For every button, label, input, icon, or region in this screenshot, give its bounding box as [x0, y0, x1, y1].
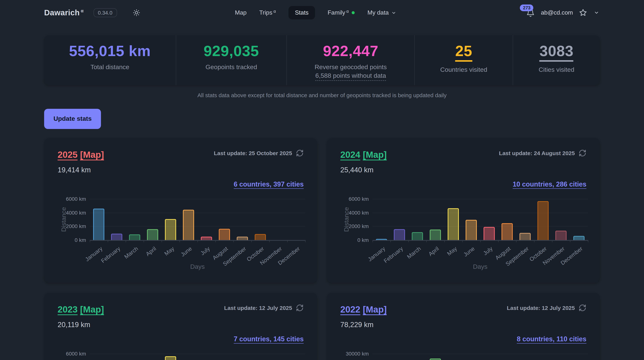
update-stats-button[interactable]: Update stats	[44, 109, 101, 129]
stat-total-distance: 556,015 km Total distance	[44, 35, 176, 85]
year-link[interactable]: 2025	[58, 150, 78, 160]
x-tick-label: July	[482, 245, 494, 257]
user-menu-button[interactable]	[593, 9, 600, 16]
x-axis-tickmark	[462, 240, 462, 242]
bar-august	[502, 223, 513, 240]
year-card-2025: 2025 [Map] Last update: 25 October 2025 …	[44, 138, 317, 283]
x-tick-label: June	[462, 245, 476, 258]
y-tick-label: 0 km	[74, 237, 86, 243]
brand-group: Dawarichα 0.34.0	[44, 7, 142, 18]
refresh-button[interactable]	[296, 149, 304, 157]
x-axis-tickmark	[251, 240, 252, 242]
gridline	[90, 199, 305, 199]
notification-count-badge: 273	[520, 4, 534, 11]
yearly-stats-grid: 2025 [Map] Last update: 25 October 2025 …	[44, 138, 600, 360]
bar-january	[93, 208, 104, 240]
main-nav: Map Tripsα Stats Familyα My data	[235, 6, 396, 19]
x-axis-tickmark	[126, 240, 126, 242]
stat-value: 25	[455, 43, 472, 62]
user-email[interactable]: ab@cd.com	[541, 9, 573, 16]
favorites-button[interactable]	[578, 8, 588, 17]
bar-march	[129, 234, 140, 240]
refresh-icon	[578, 149, 586, 157]
bar-october	[255, 234, 266, 240]
year-map-link[interactable]: [Map]	[80, 304, 104, 314]
stats-update-note: All stats data above except for total di…	[0, 92, 644, 98]
year-link[interactable]: 2024	[340, 150, 360, 160]
notifications-button[interactable]: 273	[526, 8, 536, 18]
x-axis-tickmark	[179, 240, 180, 242]
x-axis-tickmark	[108, 240, 108, 242]
stat-reverse-geocoded: 922,447 Reverse geocoded points 6,588 po…	[287, 35, 414, 85]
year-map-link[interactable]: [Map]	[80, 150, 104, 160]
x-axis-tickmark	[233, 240, 234, 242]
year-map-link[interactable]: [Map]	[363, 150, 387, 160]
nav-item-stats[interactable]: Stats	[288, 6, 315, 19]
x-axis-tickmark	[570, 240, 570, 242]
y-tick-label: 2000 km	[66, 223, 86, 229]
plot-area: 0 km10000 km20000 km30000 kmJanuaryFebru…	[372, 354, 588, 360]
bar-february	[111, 233, 122, 240]
countries-cities-link[interactable]: 6 countries, 397 cities	[234, 181, 304, 188]
refresh-button[interactable]	[578, 149, 586, 157]
x-axis-tickmark	[588, 240, 588, 242]
countries-cities-link[interactable]: 10 countries, 286 cities	[513, 181, 586, 188]
x-tick-label: May	[446, 245, 458, 257]
stat-label: Total distance	[90, 63, 130, 71]
x-axis-tickmark	[269, 240, 270, 242]
year-link[interactable]: 2022	[340, 304, 360, 314]
alpha-badge: α	[81, 8, 84, 13]
x-tick-label: March	[406, 245, 422, 260]
countries-cities-link[interactable]: 8 countries, 110 cities	[517, 335, 586, 343]
y-axis-label: Distance	[342, 199, 351, 240]
stat-label: Reverse geocoded points	[315, 63, 387, 71]
y-tick-label: 4000 km	[66, 210, 86, 216]
bar-chart: Distance 0 km2000 km4000 km6000 kmJanuar…	[58, 349, 304, 360]
x-axis-tickmark	[534, 240, 534, 242]
x-axis-tickmark	[287, 240, 288, 242]
refresh-icon	[296, 149, 304, 157]
refresh-button[interactable]	[578, 304, 586, 312]
bar-july	[201, 237, 212, 240]
x-axis-tickmark	[516, 240, 516, 242]
refresh-icon	[578, 304, 586, 312]
nav-item-map[interactable]: Map	[235, 9, 246, 16]
x-tick-label: July	[199, 245, 211, 257]
theme-toggle-button[interactable]	[131, 7, 142, 18]
x-axis-tickmark	[161, 240, 162, 242]
stat-label: Cities visited	[539, 66, 574, 74]
year-title: 2022 [Map]	[340, 304, 387, 315]
gridline	[90, 226, 305, 227]
bar-may	[165, 357, 176, 360]
countries-cities-link[interactable]: 7 countries, 145 cities	[234, 335, 304, 343]
version-badge: 0.34.0	[93, 8, 117, 17]
x-axis-tickmark	[372, 240, 373, 242]
x-tick-label: February	[100, 245, 121, 264]
nav-item-family[interactable]: Familyα	[328, 9, 355, 16]
bar-may	[448, 208, 459, 240]
nav-item-my-data[interactable]: My data	[368, 9, 396, 16]
x-axis-tickmark	[90, 240, 90, 242]
y-tick-label: 6000 km	[66, 351, 86, 357]
year-link[interactable]: 2023	[58, 304, 78, 314]
plot-area: 0 km2000 km4000 km6000 kmJanuaryFebruary…	[372, 199, 588, 240]
refresh-icon	[296, 304, 304, 312]
bar-september	[237, 237, 248, 240]
chevron-down-icon	[391, 10, 396, 15]
x-axis-tickmark	[390, 240, 391, 242]
year-map-link[interactable]: [Map]	[363, 304, 387, 314]
refresh-button[interactable]	[296, 304, 304, 312]
bar-chart: Distance 0 km2000 km4000 km6000 kmJanuar…	[58, 194, 304, 275]
bar-september	[520, 233, 531, 240]
app-logo[interactable]: Dawarichα	[44, 8, 84, 17]
x-tick-label: February	[382, 245, 404, 264]
nav-item-trips[interactable]: Tripsα	[259, 9, 276, 16]
x-axis-tickmark	[480, 240, 480, 242]
year-total-distance: 20,119 km	[58, 320, 304, 329]
alpha-badge: α	[274, 9, 276, 13]
stat-cities-visited: 3083 Cities visited	[513, 35, 600, 85]
last-update-text: Last update: 24 August 2025	[499, 150, 575, 156]
points-without-data-link[interactable]: 6,588 points without data	[315, 71, 386, 81]
y-tick-label: 6000 km	[349, 196, 369, 202]
year-card-2022: 2022 [Map] Last update: 12 July 2025 78,…	[327, 293, 600, 360]
